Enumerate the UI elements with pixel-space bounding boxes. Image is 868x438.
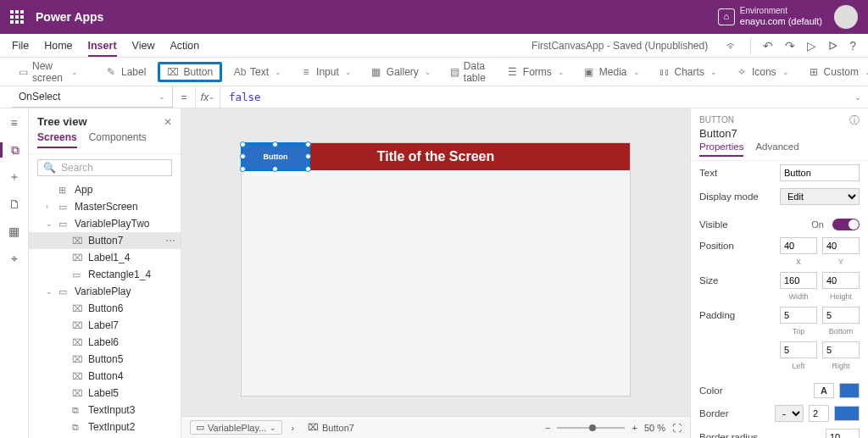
tree-item[interactable]: ⌧Label5 xyxy=(29,385,181,402)
tree-item[interactable]: ⌄▭VariablePlay xyxy=(29,283,181,300)
breadcrumb-control[interactable]: ⌧Button7 xyxy=(303,421,359,434)
play-icon[interactable]: ▷ xyxy=(807,39,816,53)
tree-item[interactable]: ⌧Button7⋯ xyxy=(29,232,181,249)
tree-close-icon[interactable]: ✕ xyxy=(164,116,172,128)
button-button[interactable]: ⌧Button xyxy=(158,62,222,82)
app-checker-icon[interactable]: ᯤ xyxy=(726,39,738,53)
tree-item[interactable]: ⧉TextInput2 xyxy=(29,419,181,435)
property-select[interactable]: OnSelect⌄ xyxy=(12,86,173,108)
tree-item[interactable]: ⌧Button6 xyxy=(29,300,181,317)
prop-fontcolor-swatch[interactable]: A xyxy=(814,383,834,398)
canvas-footer: ▭VariablePlay...⌄ › ⌧Button7 − + 50 % ⛶ xyxy=(181,416,690,438)
fit-icon[interactable]: ⛶ xyxy=(672,423,682,433)
prop-visible-toggle[interactable] xyxy=(832,219,860,230)
canvas-screen[interactable]: Title of the Screen Button xyxy=(241,142,631,396)
prop-padright-input[interactable] xyxy=(822,341,860,358)
datatable-icon: ▤ xyxy=(450,66,459,78)
selected-button-control[interactable]: Button xyxy=(241,142,310,171)
tree-item[interactable]: ⌄▭VariablePlayTwo xyxy=(29,215,181,232)
resize-handle[interactable] xyxy=(272,166,278,172)
new-screen-button[interactable]: ▭New screen⌄ xyxy=(12,57,85,87)
datatable-button[interactable]: ▤Data table xyxy=(443,57,495,87)
charts-icon: ⫾⫾ xyxy=(659,66,670,78)
text-button[interactable]: AbText⌄ xyxy=(227,63,288,81)
resize-handle[interactable] xyxy=(305,166,311,172)
custom-icon: ⊞ xyxy=(808,66,820,78)
menu-insert[interactable]: Insert xyxy=(88,40,117,57)
zoom-slider[interactable] xyxy=(557,427,625,429)
zoom-in-icon[interactable]: + xyxy=(632,423,637,433)
forms-icon: ☰ xyxy=(507,66,519,78)
tree-item[interactable]: ⌧Button5 xyxy=(29,351,181,368)
charts-button[interactable]: ⫾⫾Charts⌄ xyxy=(652,63,724,81)
tree-tab-screens[interactable]: Screens xyxy=(37,131,77,148)
tree-item[interactable]: ⌧Label7 xyxy=(29,317,181,334)
resize-handle[interactable] xyxy=(305,141,311,147)
prop-height-input[interactable] xyxy=(822,272,860,289)
help-icon[interactable]: ? xyxy=(849,39,856,53)
zoom-level: 50 % xyxy=(644,423,665,433)
rail-data-icon[interactable]: 🗋 xyxy=(7,197,22,212)
prop-padleft-input[interactable] xyxy=(780,341,817,358)
tree-tab-components[interactable]: Components xyxy=(89,131,147,148)
menu-action[interactable]: Action xyxy=(170,40,199,52)
rail-hamburger-icon[interactable]: ≡ xyxy=(7,115,22,130)
environment-picker[interactable]: ⌂ Environment enayu.com (default) xyxy=(718,6,822,27)
rail-tree-icon[interactable]: ⧉ xyxy=(0,142,28,158)
share-icon[interactable]: ᐅ xyxy=(828,39,837,53)
props-tab-properties[interactable]: Properties xyxy=(699,141,743,157)
zoom-out-icon[interactable]: − xyxy=(545,423,550,433)
breadcrumb-screen[interactable]: ▭VariablePlay...⌄ xyxy=(190,420,282,435)
forms-button[interactable]: ☰Forms⌄ xyxy=(500,63,571,81)
waffle-icon[interactable] xyxy=(10,10,24,24)
info-icon[interactable]: ⓘ xyxy=(849,114,860,128)
prop-visible-label: Visible xyxy=(699,219,806,230)
media-button[interactable]: ▣Media⌄ xyxy=(576,63,647,81)
prop-borderstyle-select[interactable]: — xyxy=(775,405,804,422)
label-button[interactable]: ✎Label xyxy=(98,63,153,81)
tree-item[interactable]: ⧉TextInput3 xyxy=(29,402,181,419)
tree-item[interactable]: ⊞App xyxy=(29,181,181,198)
prop-y-input[interactable] xyxy=(822,237,860,254)
tree-item[interactable]: ⌧Button4 xyxy=(29,368,181,385)
tree-search-input[interactable]: 🔍 Search xyxy=(37,159,172,176)
prop-borderwidth-input[interactable] xyxy=(809,405,829,422)
undo-icon[interactable]: ↶ xyxy=(763,39,773,53)
resize-handle[interactable] xyxy=(272,141,278,147)
prop-text-input[interactable] xyxy=(780,164,860,181)
prop-fillcolor-swatch[interactable] xyxy=(839,383,860,398)
props-tab-advanced[interactable]: Advanced xyxy=(755,141,798,157)
prop-x-input[interactable] xyxy=(780,237,817,254)
formula-input[interactable]: false xyxy=(220,86,848,108)
formula-expand-icon[interactable]: ⌄ xyxy=(848,86,868,108)
rail-advanced-icon[interactable]: ⌖ xyxy=(7,251,22,266)
prop-padbottom-input[interactable] xyxy=(822,307,860,324)
tree-item[interactable]: ⌧Label1_4 xyxy=(29,249,181,266)
redo-icon[interactable]: ↷ xyxy=(785,39,795,53)
custom-button[interactable]: ⊞Custom⌄ xyxy=(801,63,868,81)
tree-title: Tree view xyxy=(37,115,87,128)
rail-media-icon[interactable]: ▦ xyxy=(7,224,22,239)
menu-file[interactable]: File xyxy=(12,40,29,52)
properties-panel: BUTTON Button7 ⓘ Properties Advanced Tex… xyxy=(690,108,868,438)
user-avatar[interactable] xyxy=(834,5,858,29)
menu-view[interactable]: View xyxy=(132,40,155,52)
tree-item[interactable]: ›▭MasterScreen xyxy=(29,198,181,215)
prop-radius-input[interactable] xyxy=(826,429,860,438)
prop-bordercolor-swatch[interactable] xyxy=(834,406,860,421)
icons-button[interactable]: ✧Icons⌄ xyxy=(729,63,796,81)
tree-item[interactable]: ⌧Label6 xyxy=(29,334,181,351)
resize-handle[interactable] xyxy=(240,141,246,147)
prop-width-input[interactable] xyxy=(780,272,817,289)
menu-home[interactable]: Home xyxy=(44,40,72,52)
input-button[interactable]: ≡Input⌄ xyxy=(293,63,359,81)
prop-padtop-input[interactable] xyxy=(780,307,817,324)
prop-displaymode-select[interactable]: Edit xyxy=(780,188,860,205)
rail-insert-icon[interactable]: ＋ xyxy=(7,169,22,185)
resize-handle[interactable] xyxy=(305,153,311,159)
resize-handle[interactable] xyxy=(240,153,246,159)
resize-handle[interactable] xyxy=(240,166,246,172)
tree-item[interactable]: ▭Rectangle1_4 xyxy=(29,266,181,283)
control-kind: BUTTON xyxy=(699,115,734,125)
gallery-button[interactable]: ▦Gallery⌄ xyxy=(364,63,438,81)
